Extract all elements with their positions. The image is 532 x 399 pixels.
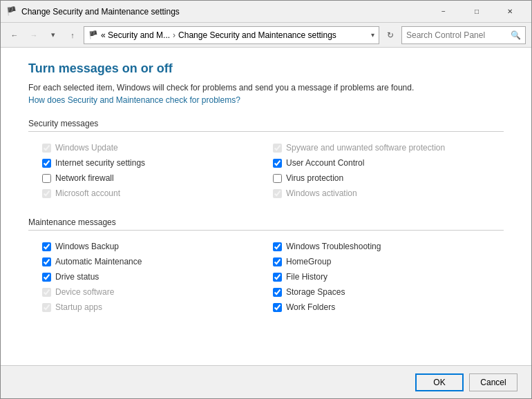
startup-apps-checkbox[interactable] xyxy=(42,303,51,312)
maintenance-items-grid: Windows Backup Windows Troubleshooting A… xyxy=(28,236,504,318)
spyware-checkbox[interactable] xyxy=(273,144,282,153)
file-history-checkbox[interactable] xyxy=(273,273,282,282)
page-title: Turn messages on or off xyxy=(28,61,504,76)
maintenance-section: Maintenance messages Windows Backup Wind… xyxy=(28,217,504,318)
list-item[interactable]: Work Folders xyxy=(273,301,490,313)
automatic-maintenance-label: Automatic Maintenance xyxy=(55,257,142,266)
list-item[interactable]: Storage Spaces xyxy=(273,286,490,298)
path-dropdown-button[interactable]: ▾ xyxy=(371,31,374,39)
page-description: For each selected item, Windows will che… xyxy=(28,83,504,93)
homegroup-checkbox[interactable] xyxy=(273,257,282,266)
device-software-label: Device software xyxy=(55,287,114,297)
list-item[interactable]: Drive status xyxy=(42,271,259,283)
virus-protection-checkbox[interactable] xyxy=(273,174,282,183)
search-button[interactable]: 🔍 xyxy=(511,30,521,40)
list-item[interactable]: Virus protection xyxy=(273,172,490,184)
window-controls: − □ ✕ xyxy=(428,1,526,22)
work-folders-label: Work Folders xyxy=(286,302,335,312)
list-item[interactable]: HomeGroup xyxy=(273,255,490,268)
maintenance-section-header: Maintenance messages xyxy=(28,217,504,231)
list-item[interactable]: Microsoft account xyxy=(42,187,259,200)
help-link[interactable]: How does Security and Maintenance check … xyxy=(28,95,504,105)
list-item[interactable]: Automatic Maintenance xyxy=(42,255,259,268)
uac-checkbox[interactable] xyxy=(273,159,282,168)
address-path-box: 🏴 « Security and M... › Change Security … xyxy=(84,26,379,44)
network-firewall-label: Network firewall xyxy=(55,173,114,183)
list-item[interactable]: Startup apps xyxy=(42,301,259,313)
spyware-label: Spyware and unwanted software protection xyxy=(286,143,445,153)
list-item[interactable]: Network firewall xyxy=(42,172,259,184)
path-separator: › xyxy=(173,30,175,40)
cancel-button[interactable]: Cancel xyxy=(469,373,517,391)
windows-troubleshooting-label: Windows Troubleshooting xyxy=(286,242,381,251)
storage-spaces-label: Storage Spaces xyxy=(286,287,345,297)
title-bar: 🏴 Change Security and Maintenance settin… xyxy=(1,1,531,23)
main-window: 🏴 Change Security and Maintenance settin… xyxy=(0,0,532,399)
refresh-button[interactable]: ↻ xyxy=(382,27,399,43)
list-item[interactable]: Windows activation xyxy=(273,187,490,200)
list-item[interactable]: Internet security settings xyxy=(42,157,259,169)
startup-apps-label: Startup apps xyxy=(55,302,102,312)
homegroup-label: HomeGroup xyxy=(286,257,331,266)
close-button[interactable]: ✕ xyxy=(494,1,526,22)
footer: OK Cancel xyxy=(1,365,531,398)
minimize-button[interactable]: − xyxy=(428,1,459,22)
drive-status-checkbox[interactable] xyxy=(42,273,51,282)
drive-status-label: Drive status xyxy=(55,272,99,282)
list-item[interactable]: Windows Troubleshooting xyxy=(273,240,490,253)
file-history-label: File History xyxy=(286,272,327,282)
windows-troubleshooting-checkbox[interactable] xyxy=(273,242,282,251)
automatic-maintenance-checkbox[interactable] xyxy=(42,257,51,266)
uac-label: User Account Control xyxy=(286,158,364,168)
security-section-header: Security messages xyxy=(28,119,504,132)
microsoft-account-label: Microsoft account xyxy=(55,188,120,198)
windows-backup-checkbox[interactable] xyxy=(42,242,51,251)
storage-spaces-checkbox[interactable] xyxy=(273,288,282,297)
path-part1: « Security and M... xyxy=(101,30,170,40)
internet-security-checkbox[interactable] xyxy=(42,159,51,168)
recent-button[interactable]: ▾ xyxy=(45,27,61,43)
window-icon: 🏴 xyxy=(6,6,17,17)
windows-update-label: Windows Update xyxy=(55,143,118,153)
forward-button[interactable]: → xyxy=(26,27,42,43)
list-item[interactable]: User Account Control xyxy=(273,157,490,169)
security-items-grid: Windows Update Spyware and unwanted soft… xyxy=(28,137,504,204)
address-bar: ← → ▾ ↑ 🏴 « Security and M... › Change S… xyxy=(1,23,531,48)
list-item[interactable]: File History xyxy=(273,271,490,283)
list-item[interactable]: Spyware and unwanted software protection xyxy=(273,142,490,154)
ok-button[interactable]: OK xyxy=(415,373,464,391)
virus-protection-label: Virus protection xyxy=(286,173,343,183)
internet-security-label: Internet security settings xyxy=(55,158,145,168)
content-area: Turn messages on or off For each selecte… xyxy=(1,48,531,365)
path-icon: 🏴 xyxy=(88,30,98,39)
windows-activation-label: Windows activation xyxy=(286,188,357,198)
list-item[interactable]: Device software xyxy=(42,286,259,298)
security-section: Security messages Windows Update Spyware… xyxy=(28,119,504,204)
up-button[interactable]: ↑ xyxy=(64,27,81,43)
back-button[interactable]: ← xyxy=(6,27,23,43)
windows-backup-label: Windows Backup xyxy=(55,242,119,251)
windows-activation-checkbox[interactable] xyxy=(273,189,282,198)
maximize-button[interactable]: □ xyxy=(461,1,493,22)
path-part2: Change Security and Maintenance settings xyxy=(178,30,336,40)
network-firewall-checkbox[interactable] xyxy=(42,174,51,183)
windows-update-checkbox[interactable] xyxy=(42,144,51,153)
list-item[interactable]: Windows Backup xyxy=(42,240,259,253)
work-folders-checkbox[interactable] xyxy=(273,303,282,312)
list-item[interactable]: Windows Update xyxy=(42,142,259,154)
search-box: 🔍 xyxy=(401,26,526,44)
window-title: Change Security and Maintenance settings xyxy=(21,7,428,17)
device-software-checkbox[interactable] xyxy=(42,288,51,297)
search-input[interactable] xyxy=(406,30,511,40)
microsoft-account-checkbox[interactable] xyxy=(42,189,51,198)
